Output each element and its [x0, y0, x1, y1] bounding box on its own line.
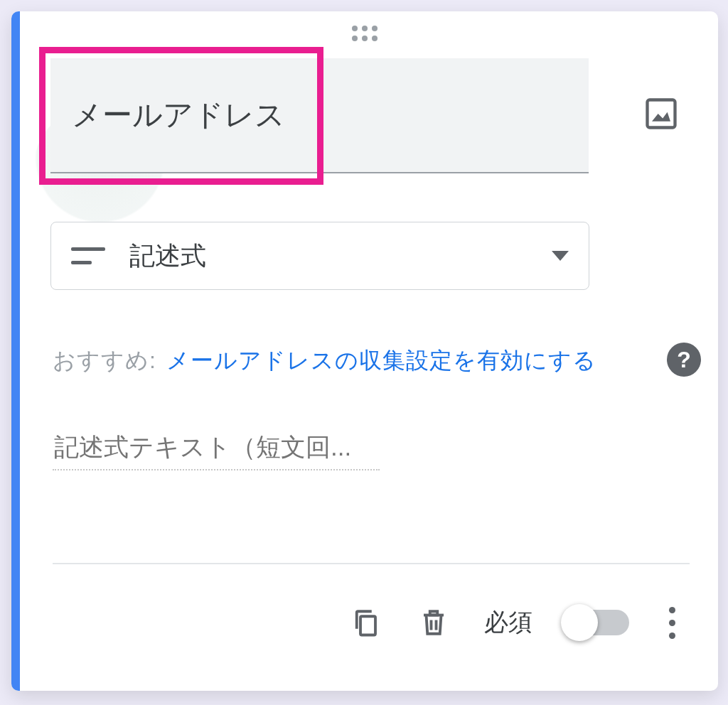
caret-down-icon	[552, 251, 569, 261]
add-image-button[interactable]	[643, 95, 680, 132]
question-title-field[interactable]	[50, 58, 589, 173]
duplicate-button[interactable]	[348, 605, 383, 640]
question-card: 記述式 おすすめ: メールアドレスの収集設定を有効にする ?	[11, 11, 718, 691]
help-button[interactable]: ?	[667, 343, 701, 377]
suggestion-label: おすすめ:	[53, 345, 156, 377]
required-label: 必須	[484, 606, 532, 639]
toggle-knob	[561, 604, 598, 641]
delete-button[interactable]	[416, 605, 451, 640]
suggestion-link[interactable]: メールアドレスの収集設定を有効にする	[166, 345, 596, 377]
copy-icon	[350, 608, 380, 637]
required-toggle[interactable]	[565, 610, 629, 635]
suggestion-row: おすすめ: メールアドレスの収集設定を有効にする	[53, 340, 707, 382]
trash-icon	[419, 608, 449, 637]
image-icon	[643, 95, 680, 132]
short-answer-preview	[53, 425, 380, 470]
question-footer: 必須	[53, 580, 690, 665]
footer-divider	[53, 563, 690, 564]
svg-rect-2	[360, 616, 375, 635]
more-vertical-icon	[669, 607, 675, 613]
svg-rect-0	[648, 100, 675, 128]
question-type-select[interactable]: 記述式	[50, 222, 589, 290]
drag-handle-icon[interactable]	[352, 26, 378, 41]
question-title-input[interactable]	[50, 58, 589, 172]
selected-accent-bar	[11, 11, 20, 691]
more-options-button[interactable]	[662, 604, 682, 642]
svg-marker-1	[652, 112, 670, 122]
question-type-label: 記述式	[129, 239, 552, 274]
short-answer-icon	[71, 247, 105, 264]
